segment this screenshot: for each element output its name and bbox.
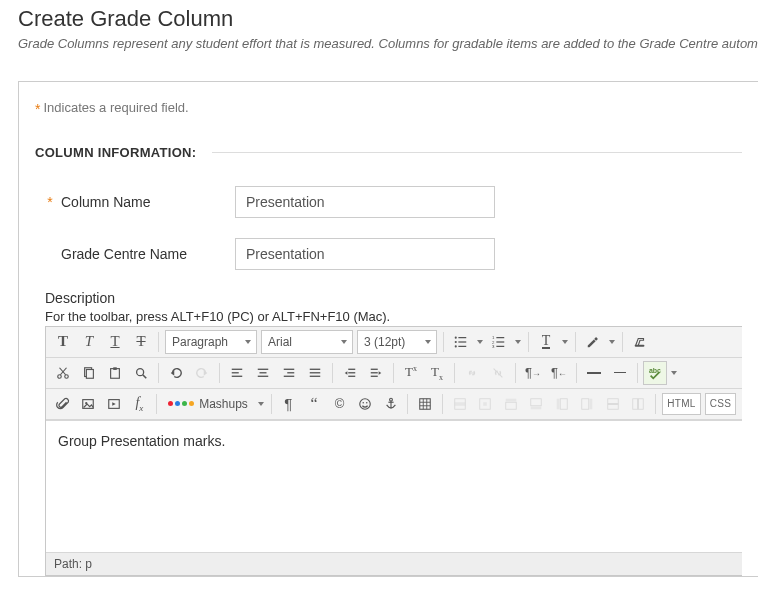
format-select[interactable]: Paragraph: [165, 330, 257, 354]
svg-rect-64: [454, 402, 465, 406]
blockquote-button[interactable]: “: [302, 392, 326, 416]
cut-button[interactable]: [51, 361, 75, 385]
svg-rect-58: [420, 398, 431, 409]
undo-button[interactable]: [164, 361, 188, 385]
bullet-list-button[interactable]: [449, 330, 473, 354]
css-view-button[interactable]: CSS: [705, 393, 736, 415]
insert-col-right-button[interactable]: [576, 392, 600, 416]
delete-col-button[interactable]: [627, 392, 651, 416]
table-row-props-button[interactable]: [448, 392, 472, 416]
insert-row-above-button[interactable]: [499, 392, 523, 416]
svg-rect-12: [594, 337, 598, 341]
insert-row-below-button[interactable]: [525, 392, 549, 416]
svg-rect-39: [348, 372, 355, 373]
paste-button[interactable]: [103, 361, 127, 385]
svg-rect-70: [531, 406, 542, 409]
svg-rect-20: [111, 368, 120, 378]
hr-button[interactable]: [582, 361, 606, 385]
svg-point-14: [58, 374, 62, 378]
html-view-button[interactable]: HTML: [662, 393, 700, 415]
copy-button[interactable]: [77, 361, 101, 385]
insert-col-left-button[interactable]: [550, 392, 574, 416]
svg-rect-5: [458, 345, 466, 346]
svg-rect-35: [310, 368, 321, 369]
mashups-dropdown[interactable]: [255, 392, 267, 416]
editor-path-value[interactable]: p: [85, 557, 92, 571]
align-right-button[interactable]: [277, 361, 301, 385]
svg-point-22: [137, 368, 144, 375]
underline-button[interactable]: T: [103, 330, 127, 354]
svg-point-15: [65, 374, 69, 378]
svg-rect-11: [496, 345, 504, 346]
svg-rect-34: [284, 375, 295, 376]
align-justify-button[interactable]: [303, 361, 327, 385]
spellcheck-button[interactable]: abc: [643, 361, 667, 385]
copyright-button[interactable]: ©: [328, 392, 352, 416]
table-cell-props-button[interactable]: [473, 392, 497, 416]
insert-media-button[interactable]: [102, 392, 126, 416]
svg-line-16: [60, 367, 66, 374]
math-editor-button[interactable]: fx: [128, 392, 152, 416]
svg-rect-43: [371, 372, 378, 373]
attach-file-button[interactable]: [51, 392, 75, 416]
svg-rect-74: [590, 398, 593, 409]
toolbar-row-2: Tx Tx ¶→ ¶← abc: [46, 358, 742, 389]
show-blocks-button[interactable]: ¶: [277, 392, 301, 416]
highlight-dropdown[interactable]: [606, 330, 618, 354]
anchor-button[interactable]: [379, 392, 403, 416]
font-family-select[interactable]: Arial: [261, 330, 353, 354]
svg-rect-1: [458, 337, 466, 338]
nbsp-button[interactable]: [608, 361, 632, 385]
bullet-list-dropdown[interactable]: [474, 330, 486, 354]
italic-button[interactable]: T: [77, 330, 101, 354]
section-heading: COLUMN INFORMATION:: [35, 145, 196, 160]
insert-table-button[interactable]: [413, 392, 437, 416]
svg-rect-21: [113, 367, 117, 370]
delete-row-button[interactable]: [601, 392, 625, 416]
bold-button[interactable]: T: [51, 330, 75, 354]
chevron-down-icon: [425, 340, 431, 344]
column-name-label: * Column Name: [45, 194, 235, 210]
svg-point-52: [360, 398, 371, 409]
toolbar-row-3: fx Mashups ¶ “ ©: [46, 389, 742, 420]
svg-rect-13: [635, 344, 645, 346]
svg-point-4: [455, 345, 457, 347]
align-left-button[interactable]: [225, 361, 249, 385]
outdent-button[interactable]: [338, 361, 362, 385]
svg-point-54: [366, 401, 368, 403]
highlight-button[interactable]: [581, 330, 605, 354]
ltr-button[interactable]: ¶→: [521, 361, 545, 385]
font-size-select[interactable]: 3 (12pt): [357, 330, 437, 354]
superscript-button[interactable]: Tx: [399, 361, 423, 385]
redo-button[interactable]: [190, 361, 214, 385]
indent-button[interactable]: [364, 361, 388, 385]
spellcheck-dropdown[interactable]: [668, 361, 680, 385]
toolbar-row-1: T T T T Paragraph Arial 3 (12pt) 123 T: [46, 327, 742, 358]
text-color-dropdown[interactable]: [559, 330, 571, 354]
column-name-input[interactable]: [235, 186, 495, 218]
strikethrough-button[interactable]: T: [129, 330, 153, 354]
mashups-button[interactable]: Mashups: [163, 392, 253, 416]
number-list-dropdown[interactable]: [512, 330, 524, 354]
subscript-button[interactable]: Tx: [425, 361, 449, 385]
toolbar-hint: For the toolbar, press ALT+F10 (PC) or A…: [45, 309, 742, 324]
description-label: Description: [45, 290, 742, 306]
svg-marker-45: [379, 371, 382, 375]
insert-image-button[interactable]: [77, 392, 101, 416]
unlink-button[interactable]: [486, 361, 510, 385]
svg-rect-69: [531, 398, 542, 405]
align-center-button[interactable]: [251, 361, 275, 385]
svg-rect-19: [86, 369, 93, 378]
number-list-button[interactable]: 123: [487, 330, 511, 354]
find-button[interactable]: [129, 361, 153, 385]
emoticon-button[interactable]: [353, 392, 377, 416]
grade-centre-name-input[interactable]: [235, 238, 495, 270]
editor-content-area[interactable]: Group Presentation marks.: [46, 420, 742, 552]
rtl-button[interactable]: ¶←: [547, 361, 571, 385]
clear-formatting-button[interactable]: [628, 330, 652, 354]
text-color-button[interactable]: T: [534, 330, 558, 354]
mashups-icon: [168, 401, 194, 406]
link-button[interactable]: [460, 361, 484, 385]
svg-rect-72: [557, 398, 560, 409]
svg-rect-38: [348, 368, 355, 369]
